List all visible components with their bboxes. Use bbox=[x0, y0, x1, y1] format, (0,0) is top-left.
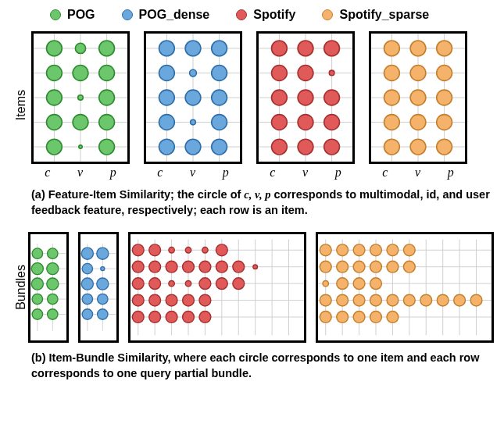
svg-point-99 bbox=[32, 248, 42, 258]
x-tick: c bbox=[157, 166, 163, 180]
panel-a-3 bbox=[369, 31, 467, 164]
legend-label: Spotify_sparse bbox=[339, 8, 429, 22]
svg-point-215 bbox=[353, 312, 365, 323]
svg-point-33 bbox=[212, 41, 227, 56]
svg-point-44 bbox=[185, 139, 201, 155]
svg-point-205 bbox=[353, 294, 365, 306]
svg-point-165 bbox=[183, 294, 195, 306]
svg-point-118 bbox=[82, 264, 92, 274]
svg-point-171 bbox=[199, 312, 211, 323]
svg-point-148 bbox=[149, 261, 161, 272]
svg-point-77 bbox=[384, 41, 400, 56]
svg-point-190 bbox=[370, 244, 382, 256]
x-tick: p bbox=[448, 166, 454, 180]
svg-point-160 bbox=[216, 278, 227, 290]
svg-point-39 bbox=[212, 90, 227, 105]
svg-point-164 bbox=[166, 294, 177, 306]
svg-point-105 bbox=[32, 294, 42, 304]
svg-point-36 bbox=[212, 66, 227, 81]
svg-point-203 bbox=[320, 294, 331, 306]
panel-b-2 bbox=[128, 232, 306, 343]
svg-point-104 bbox=[47, 278, 59, 290]
caption-b: (b) Item-Bundle Similarity, where each c… bbox=[31, 351, 490, 381]
dot-icon bbox=[236, 9, 247, 20]
svg-point-142 bbox=[149, 244, 161, 256]
x-tick: v bbox=[77, 166, 83, 180]
svg-point-40 bbox=[159, 115, 175, 130]
svg-point-197 bbox=[387, 261, 399, 272]
svg-point-45 bbox=[212, 139, 227, 155]
svg-point-196 bbox=[370, 261, 382, 272]
dot-icon bbox=[50, 9, 61, 20]
svg-point-108 bbox=[48, 309, 58, 319]
svg-point-58 bbox=[298, 66, 313, 81]
svg-point-38 bbox=[185, 90, 201, 105]
y-axis-label-items: Items bbox=[14, 90, 31, 120]
x-tick: c bbox=[45, 166, 50, 180]
svg-point-117 bbox=[97, 248, 109, 259]
svg-point-155 bbox=[132, 278, 144, 290]
svg-point-56 bbox=[324, 41, 340, 56]
x-tick: c bbox=[382, 166, 388, 180]
svg-point-86 bbox=[384, 115, 400, 130]
panel-a-0 bbox=[31, 31, 130, 164]
svg-point-152 bbox=[216, 261, 227, 272]
svg-point-158 bbox=[185, 281, 191, 287]
svg-point-81 bbox=[410, 66, 426, 81]
svg-point-106 bbox=[48, 294, 58, 304]
svg-point-199 bbox=[323, 281, 328, 287]
svg-point-119 bbox=[101, 267, 105, 271]
svg-point-141 bbox=[132, 244, 144, 256]
svg-point-60 bbox=[272, 90, 288, 105]
svg-point-83 bbox=[384, 90, 400, 105]
svg-point-125 bbox=[98, 309, 108, 319]
svg-point-193 bbox=[320, 261, 331, 272]
svg-point-55 bbox=[298, 41, 313, 56]
svg-point-35 bbox=[190, 69, 197, 77]
svg-point-65 bbox=[324, 115, 340, 130]
svg-point-202 bbox=[370, 278, 382, 290]
svg-point-21 bbox=[79, 145, 82, 148]
svg-point-62 bbox=[324, 90, 340, 105]
svg-point-85 bbox=[437, 90, 452, 105]
svg-point-12 bbox=[73, 66, 88, 81]
legend-label: Spotify bbox=[253, 8, 295, 22]
svg-point-42 bbox=[212, 115, 227, 130]
svg-point-54 bbox=[272, 41, 288, 56]
svg-point-67 bbox=[298, 139, 313, 155]
svg-point-191 bbox=[387, 244, 399, 256]
legend-item-pog-dense: POG_dense bbox=[122, 8, 210, 22]
svg-point-82 bbox=[437, 66, 452, 81]
svg-point-201 bbox=[353, 278, 365, 290]
legend-label: POG_dense bbox=[139, 8, 210, 22]
svg-point-103 bbox=[31, 278, 43, 290]
svg-point-19 bbox=[99, 115, 115, 130]
svg-point-159 bbox=[199, 278, 211, 290]
svg-point-90 bbox=[410, 139, 426, 155]
legend-item-pog: POG bbox=[50, 8, 95, 22]
svg-point-102 bbox=[47, 263, 59, 275]
svg-point-11 bbox=[47, 66, 63, 81]
svg-point-34 bbox=[159, 66, 175, 81]
svg-point-192 bbox=[403, 244, 415, 256]
svg-point-154 bbox=[253, 265, 258, 269]
svg-point-198 bbox=[403, 261, 415, 272]
svg-point-91 bbox=[437, 139, 452, 155]
x-tick: p bbox=[110, 166, 116, 180]
svg-point-211 bbox=[454, 294, 466, 306]
svg-point-168 bbox=[149, 312, 161, 323]
svg-point-149 bbox=[166, 261, 177, 272]
panel-b-0 bbox=[28, 232, 69, 343]
svg-point-156 bbox=[149, 278, 161, 290]
svg-point-89 bbox=[384, 139, 400, 155]
svg-point-217 bbox=[387, 312, 399, 323]
svg-point-214 bbox=[337, 312, 349, 323]
svg-point-194 bbox=[337, 261, 349, 272]
svg-point-189 bbox=[353, 244, 365, 256]
caption-a: (a) Feature-Item Similarity; the circle … bbox=[31, 187, 490, 218]
svg-point-66 bbox=[272, 139, 288, 155]
svg-point-209 bbox=[420, 294, 432, 306]
svg-point-101 bbox=[31, 263, 43, 275]
y-axis-label-bundles: Bundles bbox=[14, 265, 28, 310]
svg-point-187 bbox=[320, 244, 331, 256]
